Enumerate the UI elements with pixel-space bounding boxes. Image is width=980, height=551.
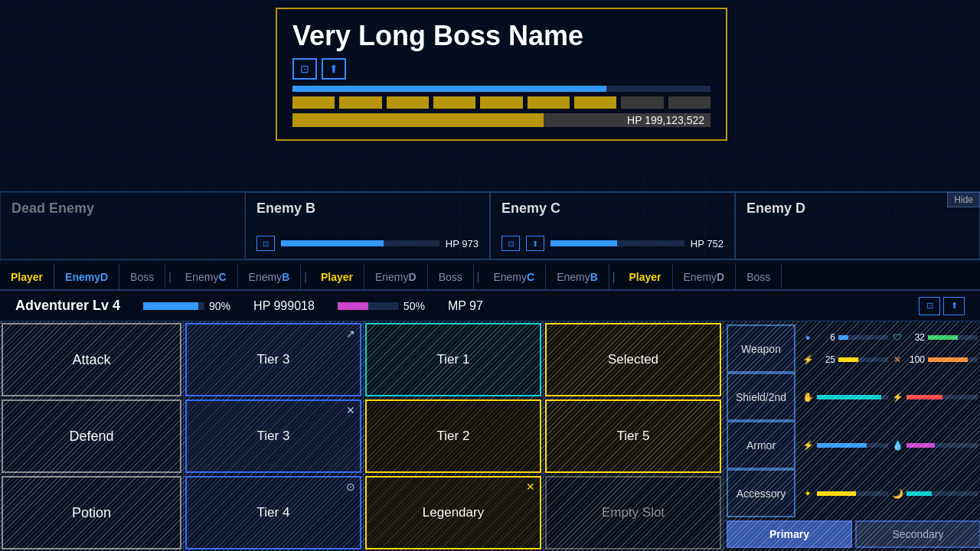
boss-atb-seg-5: [480, 96, 522, 109]
enemy-c-bottom: ⊡ ⬆ HP 752: [501, 236, 724, 251]
boss-atb-seg-2: [339, 96, 381, 109]
tab-boss-3[interactable]: Boss: [736, 264, 782, 289]
hp-bar-fill: [143, 302, 198, 310]
skill-grid-blue: Tier 3 ↗ Tier 3 ✕ Tier 4 ⊙: [184, 321, 364, 551]
equip-row-shield: Shield/2nd ✋ ⚡: [727, 373, 980, 421]
equip-row-weapon: Weapon ● 6 🛡 32: [727, 324, 980, 373]
hp-stat-group: 90%: [143, 300, 230, 312]
defense-bar: [928, 335, 978, 340]
tab-boss-2[interactable]: Boss: [428, 264, 474, 289]
equip-row-armor: Armor ⚡ 💧: [727, 421, 980, 469]
weapon-slot[interactable]: Weapon: [727, 324, 795, 373]
tab-player-1[interactable]: Player: [0, 264, 54, 289]
boss-hp-text: HP 199,123,522: [627, 114, 704, 126]
skill-yellow-2-icon: ✕: [526, 481, 535, 493]
skill-blue-3-icon: ⊙: [346, 481, 355, 493]
armor-bar-2: [906, 443, 978, 448]
enemy-c-hp-text: HP 752: [691, 238, 724, 249]
skill-cyan-1[interactable]: Tier 1: [365, 323, 541, 396]
boss-atb-seg-1: [292, 96, 335, 109]
shield-slot[interactable]: Shield/2nd: [727, 373, 795, 421]
armor-stat-1: ⚡ 💧: [802, 439, 978, 452]
skill-blue-3[interactable]: Tier 4 ⊙: [185, 476, 361, 549]
boss-hp-bar: HP 199,123,522: [292, 113, 710, 127]
player-name: Adventurer Lv 4: [15, 298, 120, 314]
tab-enemy-b-1[interactable]: Enemy B: [238, 264, 302, 289]
enemy-card-d[interactable]: Enemy D: [735, 192, 980, 259]
enemy-c-hp-fill: [550, 240, 617, 246]
enemy-b-hp-text: HP 973: [446, 238, 479, 249]
mp-value: MP 97: [448, 299, 483, 313]
skill-blue-1[interactable]: Tier 3 ↗: [185, 323, 361, 396]
stat-icon-2: ⬆: [943, 297, 965, 315]
skill-yellow-1[interactable]: Tier 2: [365, 399, 541, 473]
tab-enemy-c-2[interactable]: Enemy C: [482, 264, 546, 289]
equip-row-accessory: Accessory ✦ 🌙: [727, 469, 980, 517]
enemy-c-hp-bar: [550, 240, 684, 246]
hide-button[interactable]: Hide: [947, 192, 980, 207]
boss-atb-seg-6: [528, 96, 570, 109]
potion-button[interactable]: Potion: [2, 476, 181, 549]
tab-sep-1: |: [165, 264, 175, 289]
accessory-stat-1: ✦ 🌙: [802, 487, 978, 500]
skill-selected[interactable]: Selected: [545, 323, 721, 396]
hand-icon: ✋: [802, 391, 814, 403]
boss-atb-seg-9: [668, 96, 710, 109]
accessory-stats: ✦ 🌙: [799, 469, 980, 517]
enemy-b-icon: ⊡: [256, 236, 275, 251]
accessory-bar-fill-1: [817, 491, 856, 496]
boss-mp-fill: [292, 86, 606, 92]
battle-ui: Attack Defend Potion Tier 3 ↗ Tier 3 ✕: [0, 321, 980, 551]
tab-player-3[interactable]: Player: [618, 264, 672, 289]
bottom-buttons: Primary Secondary: [727, 520, 980, 548]
enemy-c-icon-2: ⬆: [526, 236, 544, 251]
magic-icon: ⚡: [802, 439, 814, 452]
enemy-card-c[interactable]: Enemy C ⊡ ⬆ HP 752: [490, 192, 735, 259]
attack-button[interactable]: Attack: [2, 323, 181, 396]
tab-enemy-b-2[interactable]: Enemy B: [546, 264, 609, 289]
defend-button[interactable]: Defend: [2, 399, 181, 473]
tab-player-2[interactable]: Player: [310, 264, 364, 289]
boss-atb-seg-3: [387, 96, 429, 109]
primary-button[interactable]: Primary: [727, 520, 852, 548]
boss-icon-1: ⊡: [292, 58, 317, 80]
player-stats-bar: Adventurer Lv 4 90% HP 999018 50% MP 97 …: [0, 291, 980, 321]
tab-enemy-d-2[interactable]: Enemy D: [364, 264, 428, 289]
tab-enemy-d-1[interactable]: Enemy D: [54, 264, 119, 289]
secondary-button[interactable]: Secondary: [855, 520, 980, 548]
hp-bar: [143, 302, 204, 310]
mp-stat-group: 50%: [338, 300, 425, 312]
star-icon: ✦: [802, 487, 814, 500]
accessory-slot[interactable]: Accessory: [727, 469, 795, 517]
speed-bar-fill: [838, 357, 858, 362]
skill-yellow-2[interactable]: Legendary ✕: [365, 476, 541, 549]
action-grid: Attack Defend Potion: [0, 321, 184, 551]
boss-hp-fill: [292, 113, 544, 127]
armor-bar-fill-2: [906, 443, 935, 448]
enemy-b-name: Enemy B: [256, 201, 479, 217]
tab-enemy-c-1[interactable]: Enemy C: [175, 264, 238, 289]
armor-stats: ⚡ 💧: [799, 421, 980, 469]
crit-icon: ✕: [891, 354, 903, 366]
armor-slot[interactable]: Armor: [727, 421, 795, 469]
enemy-row: Dead Enemy Enemy B ⊡ HP 973 Enemy C ⊡ ⬆: [0, 191, 980, 260]
tab-sep-3: |: [474, 264, 483, 289]
tab-enemy-d-3[interactable]: Enemy D: [673, 264, 737, 289]
dead-enemy-name: Dead Enemy: [11, 201, 234, 217]
enemy-card-b[interactable]: Enemy B ⊡ HP 973: [245, 192, 490, 259]
skill-empty-slot[interactable]: Empty Slot: [545, 476, 721, 549]
attack-icon: ●: [802, 331, 814, 344]
speed-bar: [838, 357, 888, 362]
shield-bar-1: [817, 395, 888, 399]
defense-val: 32: [906, 332, 925, 343]
mp-bar-fill: [338, 302, 368, 310]
skill-tier5[interactable]: Tier 5: [545, 399, 721, 473]
enemy-card-dead[interactable]: Dead Enemy: [0, 192, 245, 259]
mp-percent: 50%: [403, 300, 425, 312]
tab-bar: Player Enemy D Boss | Enemy C Enemy B | …: [0, 264, 980, 291]
defense-icon: 🛡: [891, 331, 903, 344]
accessory-bar-fill-2: [906, 491, 932, 496]
tab-boss-1[interactable]: Boss: [119, 264, 165, 289]
skill-blue-2[interactable]: Tier 3 ✕: [185, 399, 361, 473]
boss-atb-row: [292, 96, 710, 109]
